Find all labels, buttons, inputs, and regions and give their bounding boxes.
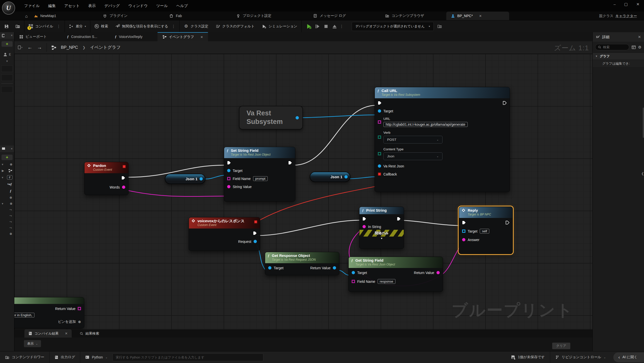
add-graph-icon[interactable]: ⊕ — [10, 163, 12, 166]
functions-expander-icon[interactable]: ▾ — [2, 176, 3, 179]
node-va-rest-subsystem[interactable]: Va Rest Subsystem — [239, 106, 303, 129]
components-panel-header[interactable]: × — [0, 32, 14, 39]
breadcrumb-root[interactable]: BP_NPC — [61, 45, 78, 50]
close-button[interactable]: ✕ — [636, 2, 639, 7]
details-search-input[interactable] — [603, 45, 621, 49]
graphs-expander-icon[interactable]: ▾ — [2, 163, 3, 166]
function-icon[interactable]: ƒ — [10, 189, 12, 193]
browse-asset-icon[interactable] — [15, 24, 20, 29]
event-dispatcher-icon[interactable]: ⤳ — [9, 220, 12, 223]
find-button[interactable]: 検索 — [94, 24, 108, 29]
event-dispatcher-icon[interactable]: ⤳ — [9, 208, 12, 211]
node-append-partial[interactable]: Return Value er in English, ピンを追加 ⊕ — [14, 297, 84, 328]
add-pin-icon[interactable]: ⊕ — [78, 320, 81, 324]
tab-message-log[interactable]: メッセージ ログ — [309, 12, 350, 20]
diff-button[interactable]: 差分 ▾ — [69, 24, 86, 29]
simulation-button[interactable]: シミュレーション — [262, 24, 297, 29]
node-get-string-field[interactable]: ƒ Get String Field Target is Va Rest Jso… — [348, 257, 443, 292]
json-out-pin[interactable] — [344, 175, 348, 178]
menu-help[interactable]: ヘルプ — [176, 4, 188, 8]
eject-button[interactable] — [331, 23, 338, 30]
tab-compile-results[interactable]: コンパイル結果 ✕ — [24, 329, 72, 338]
restore-button[interactable]: ▢ — [624, 2, 628, 7]
class-settings-button[interactable]: ⚙ クラス設定 — [184, 24, 208, 29]
details-settings-gear-icon[interactable]: ⚙ — [638, 45, 641, 50]
ask-ai-button[interactable]: ‹ AI に聞く — [613, 352, 644, 362]
add-component-button[interactable]: + — [2, 41, 13, 47]
python-command-input[interactable] — [112, 353, 263, 361]
words-pin[interactable] — [122, 186, 125, 189]
graph-expander-icon[interactable]: ▶ — [2, 169, 4, 172]
return-value-pin[interactable] — [436, 271, 440, 274]
target-pin[interactable] — [462, 230, 465, 233]
exec-out-pin[interactable] — [397, 217, 401, 221]
revision-control-button[interactable]: リビジョンコントロール ⌄ — [550, 351, 611, 363]
expand-node-icon[interactable]: ▾ — [359, 237, 404, 241]
exec-out-pin[interactable] — [253, 231, 257, 235]
tab-event-graph[interactable]: イベントグラフ ✕ — [157, 32, 208, 41]
menu-file[interactable]: ファイル — [24, 4, 39, 8]
delegate-pin[interactable] — [123, 165, 126, 168]
parent-class-link[interactable]: キャラクター — [615, 14, 637, 18]
target-pin[interactable] — [268, 266, 271, 269]
event-dispatcher-icon[interactable]: ⤳ — [9, 214, 12, 217]
string-value-pin[interactable] — [227, 185, 230, 188]
verb-pin[interactable] — [378, 135, 381, 139]
exec-out-pin[interactable] — [288, 161, 292, 165]
add-function-icon[interactable]: ⊕ — [10, 196, 12, 199]
tab-construction-script[interactable]: ƒ Construction S... — [62, 32, 102, 41]
debug-browse-icon[interactable] — [437, 24, 442, 29]
event-dispatcher-icon[interactable]: ⤳ — [9, 226, 12, 230]
stop-button[interactable] — [323, 23, 329, 30]
json-out-pin[interactable] — [199, 177, 203, 180]
content-type-pin[interactable] — [378, 152, 381, 155]
target-pin[interactable] — [352, 271, 355, 274]
compile-button[interactable]: ? コンパイル — [28, 24, 53, 29]
add-blueprint-item-button[interactable]: + — [2, 155, 13, 160]
request-pin[interactable] — [254, 240, 257, 243]
tab-fab[interactable]: Fab — [165, 12, 186, 20]
node-call-url[interactable]: ƒ Call URL Target is Va Rest Subsystem T… — [375, 87, 510, 192]
details-close-icon[interactable]: ✕ — [638, 35, 641, 39]
callback-pin[interactable] — [378, 172, 381, 176]
return-value-pin[interactable] — [333, 266, 336, 269]
url-pin[interactable] — [378, 120, 381, 124]
components-expander-icon[interactable]: ▾ — [0, 59, 14, 63]
verb-select[interactable]: POST ⌄ — [383, 136, 442, 144]
exec-in-pin[interactable] — [378, 101, 382, 105]
node-get-response-object[interactable]: ƒ Get Response Object Target is Va Rest … — [265, 252, 339, 275]
display-filter-icon[interactable] — [632, 45, 636, 49]
menu-window[interactable]: ウィンドウ — [128, 4, 148, 8]
delegate-pin[interactable] — [254, 220, 257, 223]
macros-expander-icon[interactable]: ▾ — [2, 202, 3, 205]
class-defaults-button[interactable]: クラスのデフォルト — [215, 24, 255, 29]
field-name-pin[interactable] — [352, 280, 355, 283]
tab-voicevoxreply[interactable]: ƒ VoiceVoxReply — [110, 32, 147, 41]
content-drawer-button[interactable]: コンテンツドロワー — [0, 351, 49, 363]
menu-tools[interactable]: ツール — [156, 4, 168, 8]
exec-in-pin[interactable] — [462, 221, 466, 224]
tab-content-browser[interactable]: コンテンツブラウザ — [381, 12, 429, 20]
node-json1-variable[interactable]: Json 1 — [165, 174, 206, 184]
bookmark-dropdown-icon[interactable] — [18, 45, 23, 50]
va-rest-json-pin[interactable] — [378, 164, 381, 168]
nav-back-icon[interactable]: ← — [27, 44, 32, 50]
clear-button[interactable]: クリア — [552, 343, 570, 349]
tab-level[interactable]: NewMap1 — [29, 12, 61, 20]
tab-close-icon[interactable]: ✕ — [65, 332, 68, 335]
hide-unrelated-kebab[interactable]: ⋮ — [172, 24, 175, 29]
panel-close-icon[interactable]: × — [11, 34, 13, 37]
my-blueprint-panel-header[interactable]: × — [0, 146, 14, 152]
target-pin[interactable] — [378, 109, 381, 113]
debug-object-select[interactable]: デバッグオブジェクトが選択されていません ▾ — [352, 22, 434, 31]
tab-viewport[interactable]: ビューポート — [14, 32, 52, 41]
python-console-select[interactable]: Python ⌄ — [80, 351, 112, 363]
node-voicevox-response-event[interactable]: voicevoxからのレスポンス Custom Event Request — [189, 217, 260, 251]
menu-view[interactable]: 表示 — [88, 4, 96, 8]
target-self-input[interactable]: self — [480, 229, 489, 234]
sidebar-collapse-icon[interactable]: ❮ — [641, 172, 644, 175]
field-name-input[interactable]: response — [378, 279, 395, 284]
field-name-pin[interactable] — [227, 177, 230, 180]
subsystem-out-pin[interactable] — [296, 116, 299, 119]
tab-plugins[interactable]: プラグイン — [98, 12, 132, 20]
